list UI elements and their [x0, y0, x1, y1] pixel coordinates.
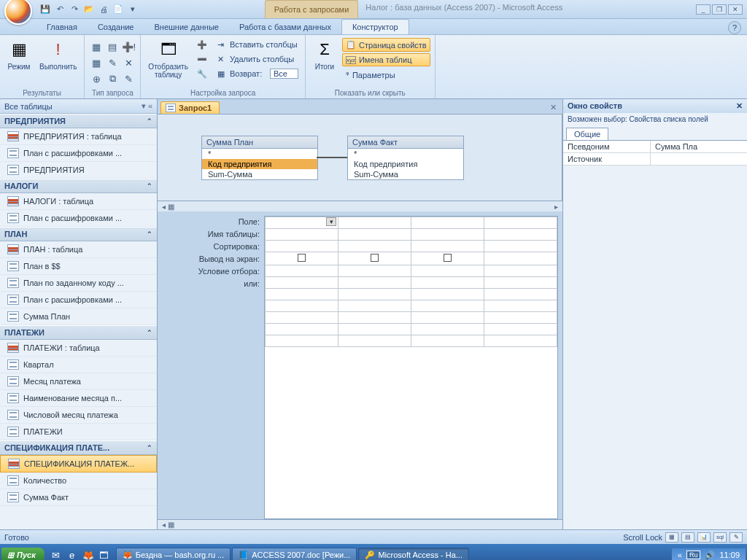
nav-item[interactable]: Числовой месяц платежа [0, 407, 157, 424]
delete-rows-button[interactable]: ➖ [194, 52, 210, 66]
show-checkbox[interactable] [444, 254, 452, 262]
append-icon[interactable]: ▦ [89, 55, 104, 70]
restore-button[interactable]: ❐ [712, 4, 727, 15]
grid-scrollbar[interactable]: ◂ ▦ [158, 519, 562, 529]
passthrough-icon[interactable]: ⧉ [105, 71, 120, 86]
ribbon-tab-0[interactable]: Главная [36, 20, 88, 34]
builder-button[interactable]: 🔧 [194, 67, 210, 80]
crosstab-icon[interactable]: ▤ [105, 39, 120, 54]
datadef-icon[interactable]: ✎ [121, 71, 136, 86]
language-indicator[interactable]: Ru [686, 551, 701, 559]
tray-chevron-icon[interactable]: « [678, 551, 682, 559]
property-value[interactable]: Сумма Пла [651, 141, 747, 152]
nav-group[interactable]: СПЕЦИФИКАЦИЯ ПЛАТЕ...⌃ [0, 440, 157, 455]
nav-item[interactable]: СПЕЦИФИКАЦИЯ ПЛАТЕЖ... [0, 455, 157, 472]
nav-item[interactable]: НАЛОГИ : таблица [0, 193, 157, 210]
sql-view-button[interactable]: sql [713, 532, 727, 542]
view-mode-button[interactable]: ▦ Режим [4, 36, 34, 72]
start-button[interactable]: ⊞ Пуск [1, 548, 44, 561]
property-close-button[interactable]: ✕ [736, 101, 743, 111]
scroll-left-icon[interactable]: ◂ ▦ [162, 203, 174, 211]
new-icon[interactable]: 📄 [112, 4, 124, 15]
query-grid[interactable] [264, 216, 558, 519]
desktop-icon[interactable]: 🗔 [97, 548, 112, 560]
ribbon-tab-1[interactable]: Создание [88, 20, 144, 34]
table-field[interactable]: Sum-Сумма [348, 169, 463, 179]
property-row[interactable]: ПсевдонимСумма Пла [563, 141, 747, 153]
nav-group[interactable]: НАЛОГИ⌃ [0, 179, 157, 193]
show-checkbox[interactable] [298, 254, 306, 262]
table-field[interactable]: Код предприятия [202, 159, 317, 169]
save-icon[interactable]: 💾 [39, 4, 51, 15]
select-query-icon[interactable]: ▦ [89, 39, 104, 54]
property-value[interactable] [651, 153, 747, 165]
ribbon-tab-4[interactable]: Конструктор [341, 19, 409, 34]
return-value[interactable]: Все [270, 69, 298, 79]
chevron-down-icon[interactable]: ▾ « [142, 101, 152, 111]
nav-item[interactable]: Месяц платежа [0, 373, 157, 390]
nav-item[interactable]: Квартал [0, 357, 157, 373]
nav-item[interactable]: Сумма Факт [0, 489, 157, 506]
scroll-left-icon[interactable]: ◂ ▦ [162, 521, 174, 529]
query-type-icons[interactable]: ▦▤➕! ▦✎✕ ⊕⧉✎ [89, 36, 136, 86]
nav-item[interactable]: Сумма План [0, 308, 157, 325]
nav-group[interactable]: ПЛАН⌃ [0, 227, 157, 241]
nav-item[interactable]: ПРЕДПРИЯТИЯ : таблица [0, 128, 157, 145]
delete-cols-button[interactable]: ✕Удалить столбцы [213, 52, 301, 66]
nav-item[interactable]: План с расшифровками ... [0, 292, 157, 308]
nav-group[interactable]: ПЛАТЕЖИ⌃ [0, 325, 157, 340]
design-view-button[interactable]: ✎ [729, 532, 743, 542]
nav-item[interactable]: ПЛАТЕЖИ : таблица [0, 340, 157, 357]
document-close-button[interactable]: ✕ [544, 101, 562, 114]
nav-item[interactable]: План с расшифровками ... [0, 210, 157, 227]
show-table-button[interactable]: 🗔 Отобразить таблицу [145, 36, 191, 80]
nav-item[interactable]: Наименование месяца п... [0, 390, 157, 407]
office-button[interactable] [4, 0, 32, 25]
nav-header[interactable]: Все таблицы ▾ « [0, 99, 157, 114]
open-icon[interactable]: 📂 [83, 4, 95, 15]
parameters-button[interactable]: ᵠПараметры [342, 68, 430, 82]
run-button[interactable]: ! Выполнить [36, 36, 80, 72]
pivot-view-button[interactable]: ▤ [681, 532, 694, 542]
system-tray[interactable]: « Ru 🔊 11:09 [672, 548, 746, 561]
table-names-button[interactable]: xyzИмена таблиц [342, 53, 430, 66]
nav-item[interactable]: План по заданному коду ... [0, 275, 157, 292]
firefox-icon[interactable]: 🦊 [81, 548, 96, 560]
delete-query-icon[interactable]: ✕ [121, 55, 136, 70]
property-sheet-button[interactable]: 📋Страница свойств [342, 38, 430, 52]
property-row[interactable]: Источник [563, 153, 747, 166]
undo-icon[interactable]: ↶ [54, 4, 66, 15]
minimize-button[interactable]: _ [696, 4, 711, 15]
show-checkbox[interactable] [371, 254, 379, 262]
qat-dropdown-icon[interactable]: ▾ [127, 4, 139, 15]
field-cell[interactable] [266, 217, 338, 229]
table-box[interactable]: Сумма Факт*Код предприятияSum-Сумма [347, 136, 464, 180]
nav-item[interactable]: ПРЕДПРИЯТИЯ [0, 162, 157, 179]
tray-volume-icon[interactable]: 🔊 [705, 551, 715, 560]
table-box[interactable]: Сумма План*Код предприятияSum-Сумма [201, 136, 318, 180]
query-design-surface[interactable]: Сумма План*Код предприятияSum-СуммаСумма… [158, 114, 562, 201]
property-tab-general[interactable]: Общие [566, 128, 608, 140]
nav-group[interactable]: ПРЕДПРИЯТИЯ⌃ [0, 114, 157, 128]
print-icon[interactable]: 🖨 [98, 4, 109, 15]
update-icon[interactable]: ✎ [105, 55, 120, 70]
close-button[interactable]: ✕ [728, 4, 743, 15]
ribbon-tab-2[interactable]: Внешние данные [144, 20, 229, 34]
ie-icon[interactable]: e [65, 548, 80, 560]
nav-item[interactable]: Количество [0, 472, 157, 489]
taskbar-task[interactable]: 🔑Microsoft Access - На... [358, 548, 469, 561]
nav-item[interactable]: План с расшифровками ... [0, 145, 157, 162]
horizontal-splitter[interactable]: ◂ ▦ ▸ [158, 201, 562, 211]
insert-rows-button[interactable]: ➕ [194, 38, 210, 51]
chart-view-button[interactable]: 📊 [697, 532, 711, 542]
union-icon[interactable]: ⊕ [89, 71, 104, 86]
totals-button[interactable]: Σ Итоги [310, 36, 339, 72]
return-button[interactable]: ▦Возврат: Все [213, 67, 301, 80]
datasheet-view-button[interactable]: ▦ [665, 532, 678, 542]
table-field[interactable]: Код предприятия [348, 159, 463, 169]
ribbon-tab-3[interactable]: Работа с базами данных [229, 20, 341, 34]
help-button[interactable]: ? [728, 21, 741, 34]
outlook-icon[interactable]: ✉ [49, 548, 63, 560]
make-table-icon[interactable]: ➕! [121, 39, 136, 54]
document-tab[interactable]: Запрос1 [160, 101, 220, 114]
